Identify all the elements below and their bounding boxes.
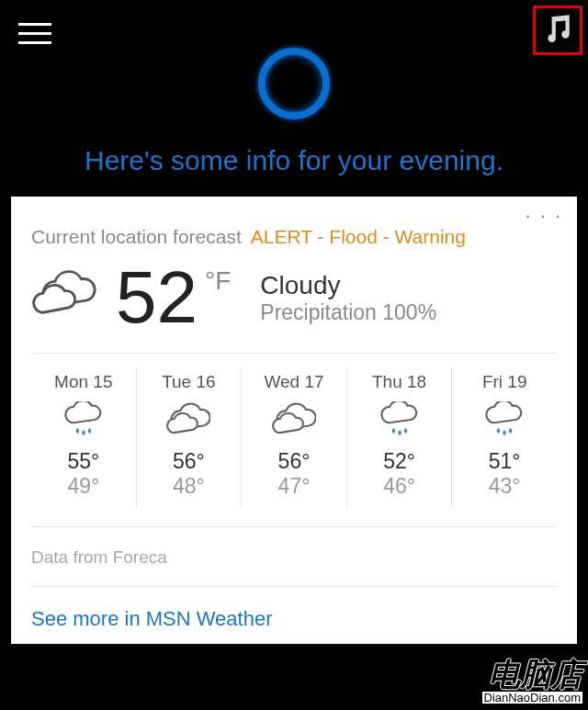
cloud-icon — [31, 268, 103, 327]
music-search-button[interactable] — [533, 6, 582, 55]
day-label: Tue 16 — [137, 372, 242, 392]
forecast-day[interactable]: Fri 19 51° 43° — [452, 366, 557, 508]
temperature-unit: °F — [205, 266, 231, 296]
current-conditions[interactable]: 52 °F Cloudy Precipitation 100% — [31, 261, 557, 334]
rain-icon — [452, 400, 557, 440]
day-low: 49° — [31, 474, 136, 499]
weather-card: · · · Current location forecast ALERT - … — [11, 197, 577, 644]
condition-text: Cloudy — [260, 271, 436, 300]
music-note-icon — [542, 13, 573, 48]
cortana-ring-icon[interactable] — [258, 48, 330, 119]
day-high: 55° — [31, 449, 136, 474]
cloud-icon — [242, 400, 346, 440]
day-high: 51° — [452, 449, 557, 474]
day-low: 47° — [242, 474, 346, 499]
divider — [31, 526, 557, 527]
forecast-day[interactable]: Wed 17 56° 47° — [242, 366, 347, 508]
current-temperature: 52 — [116, 261, 198, 334]
forecast-row: Mon 15 55° 49° Tue 16 56° 48° Wed 17 56°… — [31, 366, 557, 508]
day-label: Fri 19 — [452, 372, 557, 392]
divider — [31, 586, 557, 587]
forecast-label: Current location forecast — [31, 226, 242, 248]
greeting-text: Here's some info for your evening. — [0, 145, 588, 176]
day-low: 46° — [347, 474, 452, 499]
weather-alert[interactable]: ALERT - Flood - Warning — [251, 226, 466, 248]
data-attribution: Data from Foreca — [31, 547, 557, 568]
watermark: 电脑店 DianNaoDian.com — [482, 659, 583, 704]
day-low: 43° — [452, 474, 557, 499]
forecast-day[interactable]: Tue 16 56° 48° — [137, 366, 243, 508]
day-label: Thu 18 — [347, 372, 452, 392]
precipitation-text: Precipitation 100% — [260, 300, 436, 325]
day-high: 52° — [347, 449, 452, 474]
day-high: 56° — [242, 449, 346, 474]
cloud-icon — [137, 400, 242, 440]
day-label: Wed 17 — [242, 372, 346, 392]
menu-button[interactable] — [18, 23, 51, 51]
forecast-day[interactable]: Thu 18 52° 46° — [347, 366, 453, 508]
rain-icon — [347, 400, 452, 440]
rain-icon — [31, 400, 136, 440]
forecast-day[interactable]: Mon 15 55° 49° — [31, 366, 137, 508]
card-more-button[interactable]: · · · — [525, 204, 562, 228]
divider — [31, 353, 557, 354]
day-high: 56° — [137, 449, 242, 474]
day-low: 48° — [137, 474, 242, 499]
see-more-link[interactable]: See more in MSN Weather — [31, 607, 557, 631]
day-label: Mon 15 — [31, 372, 136, 392]
